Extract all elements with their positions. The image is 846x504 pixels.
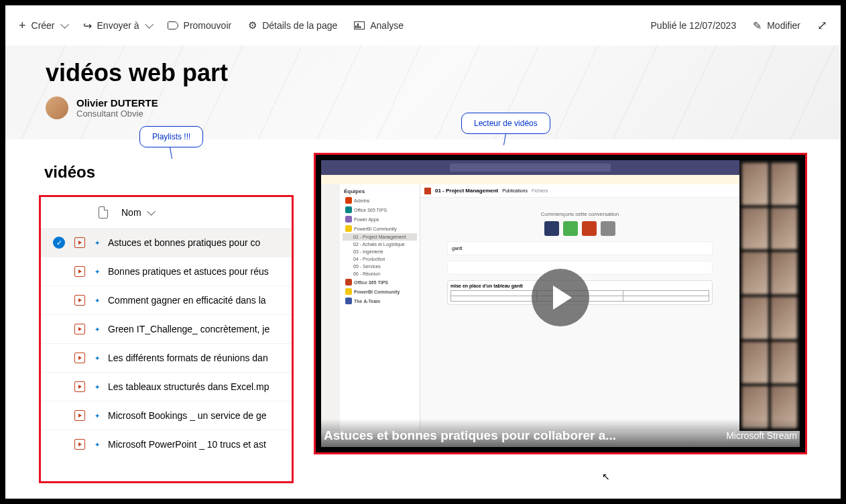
caption-bar: Astuces et bonnes pratiques pour collabo… [316,419,805,452]
megaphone-icon [168,21,178,29]
tab-publications: Publications [502,188,528,193]
teams-sidebar: Équipes AdminsOffice 365 TIPSPower AppsP… [340,184,420,431]
page-container: Créer Envoyer à Promouvoir Détails de la… [5,5,841,499]
new-marker-icon: ✦ [95,268,99,275]
sb-channel: 06 - Réunion [343,270,417,277]
send-to-button[interactable]: Envoyer à [83,19,151,32]
callout-player: Lecteur de vidéos [461,113,550,134]
new-marker-icon: ✦ [95,239,99,247]
play-button[interactable] [532,269,589,326]
new-marker-icon: ✦ [95,355,99,362]
list-item[interactable]: ✓✦Astuces et bonnes pratiques pour co [41,228,292,257]
list-item[interactable]: ✓✦Comment gagner en efficacité dans la [41,286,292,314]
item-name: Les différents formats de réunions dan [108,353,268,363]
participants-strip [739,160,800,431]
chevron-down-icon [60,20,66,31]
new-marker-icon: ✦ [95,412,99,420]
plus-icon [19,19,26,33]
new-marker-icon: ✦ [95,383,99,391]
gear-icon [248,19,257,32]
author-role: Consultant Obvie [76,109,158,119]
tab-files: Fichiers [532,188,548,193]
page-details-button[interactable]: Détails de la page [248,19,337,32]
new-marker-icon: ✦ [95,297,99,304]
callout-player-text: Lecteur de vidéos [474,119,538,128]
modify-label: Modifier [767,20,800,31]
send-to-label: Envoyer à [97,20,139,31]
sb-team: Admins [343,196,417,205]
toolbar: Créer Envoyer à Promouvoir Détails de la… [5,5,841,46]
sb-ateam: The A-Team [343,296,417,306]
name-column-header[interactable]: Nom [121,207,153,218]
list-header: Nom [41,197,292,228]
teams-leftbar [321,184,340,431]
mouse-cursor: ↖ [602,471,610,482]
left-column: Playlists !!! vidéos Nom ✓✦Astuces et bo… [39,153,294,483]
content-area: Playlists !!! vidéos Nom ✓✦Astuces et bo… [5,139,841,497]
sb-powerbi: PowerBI Community [343,287,417,296]
video-icon [74,353,85,363]
analytics-button[interactable]: Analyse [354,20,404,31]
promote-label: Promouvoir [184,20,232,31]
sb-channel: 04 - Production [343,255,417,263]
channel-name: 01 - Project Management [435,188,498,194]
video-player-webpart: Équipes AdminsOffice 365 TIPSPower AppsP… [314,153,807,454]
list-item[interactable]: ✓✦Les différents formats de réunions dan [41,343,292,372]
page-title: vidéos web part [46,46,800,87]
author-block: Olivier DUTERTE Consultant Obvie [46,97,800,119]
item-name: Bonnes pratiques et astuces pour réus [108,266,269,277]
item-name: Comment gagner en efficacité dans la [108,295,266,306]
new-marker-icon: ✦ [95,326,99,333]
sb-team: PowerBI Community [343,224,417,233]
start-conversation: Commençons cette conversation [420,198,739,221]
item-name: Microsoft PowerPoint _ 10 trucs et ast [108,439,266,450]
section-title: vidéos [44,163,294,182]
analytics-icon [354,21,365,29]
expand-button[interactable] [817,18,827,33]
right-column: Lecteur de vidéos Équipes AdminsOffice 3… [314,153,807,483]
teams-equipes-label: Équipes [343,187,417,196]
hero-section: vidéos web part Olivier DUTERTE Consulta… [5,46,841,139]
sb-channel: 02 - Achats et Logistique [343,241,417,248]
video-icon [74,295,85,306]
list-item[interactable]: ✓✦Les tableaux structurés dans Excel.mp [41,372,292,401]
create-label: Créer [32,20,55,31]
published-date: Publié le 12/07/2023 [651,20,737,31]
chevron-down-icon [147,207,153,218]
callout-playlist: Playlists !!! [139,126,203,147]
list-item[interactable]: ✓✦Microsoft PowerPoint _ 10 trucs et ast [41,430,292,458]
sb-channel: 01 - Project Management [343,233,417,241]
video-icon [74,381,85,392]
page-details-label: Détails de la page [262,20,337,31]
expand-icon [817,18,827,33]
playlist-webpart: Nom ✓✦Astuces et bonnes pratiques pour c… [39,195,294,483]
video-icon [74,439,85,450]
list-item[interactable]: ✓✦Green IT_Challenge_ concrètement, je [41,314,292,343]
sb-channel: 03 - Ingénierie [343,248,417,255]
modify-button[interactable]: Modifier [753,19,800,32]
item-name: Les tableaux structurés dans Excel.mp [108,381,269,392]
item-name: Astuces et bonnes pratiques pour co [108,237,260,248]
callout-playlist-text: Playlists !!! [152,132,190,141]
analytics-label: Analyse [370,20,404,31]
promote-button[interactable]: Promouvoir [168,20,232,31]
name-column-label: Nom [121,207,141,218]
video-icon [74,266,85,277]
video-title: Astuces et bonnes pratiques pour collabo… [324,428,726,443]
new-marker-icon: ✦ [95,441,99,448]
doc-type-icon [99,206,108,218]
channel-icon [424,188,431,194]
create-button[interactable]: Créer [19,19,66,33]
video-icon [74,237,85,248]
item-name: Green IT_Challenge_ concrètement, je [108,324,269,334]
tiles [420,221,739,236]
list-item[interactable]: ✓✦Bonnes pratiques et astuces pour réus [41,257,292,286]
list-item[interactable]: ✓✦Microsoft Bookings _ un service de ge [41,401,292,430]
video-icon [74,324,85,334]
chevron-down-icon [145,20,151,31]
message-2 [447,261,713,275]
avatar [46,97,68,119]
video-icon [74,410,85,421]
share-icon [83,19,92,32]
sb-channel: 05 - Services [343,263,417,270]
